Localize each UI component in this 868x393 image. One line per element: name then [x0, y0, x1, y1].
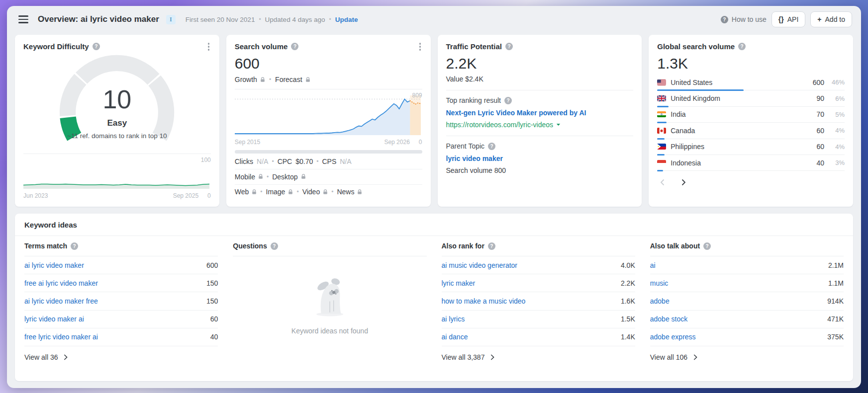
x-axis-end-label: Sep 2026 [384, 139, 409, 146]
update-link[interactable]: Update [335, 16, 358, 23]
dot-separator: • [260, 188, 262, 195]
lock-icon [252, 189, 257, 195]
keyword-link[interactable]: free ai lyric video maker [24, 279, 98, 287]
keyword-link[interactable]: adobe [650, 297, 670, 305]
country-percent: 4% [829, 143, 845, 151]
question-circle-icon[interactable]: ? [703, 242, 711, 250]
desktop-toggle[interactable]: Desktop [272, 173, 305, 181]
growth-toggle[interactable]: Growth [235, 76, 265, 83]
video-label: Video [302, 188, 320, 196]
card-header: Global search volume ? [657, 42, 845, 51]
keyword-link[interactable]: ai lyric video maker free [24, 297, 98, 305]
cps-value: N/A [340, 157, 351, 165]
country-volume: 60 [807, 127, 824, 135]
country-row: Philippines 60 4% [657, 139, 845, 155]
video-toggle[interactable]: Video [302, 188, 328, 196]
country-volume: 40 [807, 159, 824, 167]
question-circle-icon[interactable]: ? [488, 242, 495, 250]
search-volume-value: 600 [235, 55, 422, 72]
web-toggle[interactable]: Web [235, 188, 257, 196]
image-label: Image [266, 188, 286, 196]
keyword-row: free ai lyric video maker 150 [24, 274, 218, 292]
api-button[interactable]: {} API [772, 11, 805, 27]
kebab-menu-icon[interactable] [204, 42, 213, 52]
first-seen-text: First seen 20 Nov 2021 [186, 16, 255, 23]
timeline-scrollbar[interactable] [235, 150, 422, 154]
keyword-row: ai music video generator 4.0K [442, 256, 635, 274]
id-flag-icon [657, 160, 666, 166]
view-all-link[interactable]: View all 106 [650, 346, 844, 368]
question-circle-icon[interactable]: ? [271, 242, 278, 250]
difficulty-label: Easy [23, 118, 211, 128]
chart-toggles: Growth • Forecast [235, 76, 422, 83]
image-toggle[interactable]: Image [266, 188, 293, 196]
country-pagination [657, 178, 845, 187]
kebab-menu-icon[interactable] [416, 42, 425, 52]
cps-label: CPS [322, 157, 336, 165]
how-to-use-link[interactable]: ? How to use [721, 15, 767, 23]
question-circle-icon[interactable]: ? [504, 97, 512, 104]
country-volume: 70 [807, 110, 824, 118]
chevron-down-icon [556, 123, 561, 126]
view-all-label: View all 106 [650, 353, 687, 361]
menu-icon[interactable] [16, 12, 31, 27]
parent-topic-link[interactable]: lyric video maker [446, 155, 634, 162]
search-volume-chart: 809 Sep 2015 Sep 2026 0 [235, 89, 422, 146]
top-bar-actions: ? How to use {} API + Add to [721, 11, 852, 27]
keyword-link[interactable]: how to make a music video [442, 297, 526, 305]
keyword-link[interactable]: ai music video generator [442, 261, 518, 269]
keyword-volume: 1.6K [621, 297, 635, 305]
question-circle-icon[interactable]: ? [488, 143, 495, 150]
keyword-row: ai lyric video maker 600 [24, 256, 218, 274]
keyword-row: lyric video maker ai 60 [24, 311, 218, 328]
difficulty-history-chart: 100 Jun 2023 Sep 2025 0 [23, 154, 211, 199]
keyword-link[interactable]: free lyric video maker ai [24, 333, 98, 341]
how-to-use-label: How to use [732, 15, 767, 23]
forecast-toggle[interactable]: Forecast [275, 76, 310, 83]
prev-page-icon[interactable] [659, 178, 666, 187]
intent-badge[interactable]: I [166, 15, 176, 24]
keyword-volume: 150 [206, 279, 218, 287]
keyword-volume: 914K [827, 297, 844, 305]
add-to-button-label: Add to [825, 15, 845, 23]
keyword-volume: 471K [827, 315, 844, 323]
api-button-label: API [787, 15, 799, 23]
question-circle-icon[interactable]: ? [738, 43, 746, 50]
question-circle-icon[interactable]: ? [291, 43, 298, 50]
keyword-link[interactable]: music [650, 279, 669, 287]
country-percent: 6% [829, 95, 845, 102]
keyword-link[interactable]: lyric video maker ai [24, 315, 84, 323]
top-result-link[interactable]: Next-gen Lyric Video Maker powered by AI [446, 109, 634, 117]
question-circle-icon[interactable]: ? [71, 242, 78, 250]
device-toggle-row: Mobile • Desktop [235, 169, 422, 184]
add-to-button[interactable]: + Add to [810, 11, 852, 27]
keyword-link[interactable]: ai [650, 261, 656, 269]
country-row: Indonesia 40 3% [657, 155, 845, 171]
also-rank-for-column: Also rank for ? ai music video generator… [442, 236, 635, 368]
view-all-link[interactable]: View all 3,387 [442, 346, 635, 368]
country-percent: 3% [829, 159, 845, 166]
keyword-link[interactable]: ai dance [442, 333, 468, 341]
question-circle-icon: ? [721, 16, 728, 23]
view-all-link[interactable]: View all 36 [24, 346, 218, 368]
question-circle-icon[interactable]: ? [505, 43, 513, 50]
lock-icon [258, 174, 263, 179]
terms-match-column: Terms match ? ai lyric video maker 600 f… [24, 236, 218, 368]
card-header: Traffic Potential ? [446, 42, 634, 51]
keyword-link[interactable]: ai lyrics [442, 315, 465, 323]
keyword-link[interactable]: ai lyric video maker [24, 261, 84, 269]
column-title: Also talk about [650, 242, 700, 250]
traffic-potential-card: Traffic Potential ? 2.2K Value $2.4K Top… [438, 35, 642, 207]
top-ranking-label: Top ranking result [446, 96, 501, 104]
mobile-toggle[interactable]: Mobile [235, 173, 263, 181]
news-toggle[interactable]: News [337, 188, 362, 196]
question-circle-icon[interactable]: ? [93, 43, 100, 50]
keyword-link[interactable]: lyric maker [442, 279, 476, 287]
next-page-icon[interactable] [680, 178, 687, 187]
keyword-link[interactable]: adobe stock [650, 315, 688, 323]
desktop-label: Desktop [272, 173, 297, 181]
ca-flag-icon [657, 128, 666, 134]
keyword-link[interactable]: adobe express [650, 333, 696, 341]
top-result-url[interactable]: https://rotorvideos.com/lyric-videos [446, 121, 634, 129]
lock-icon [357, 189, 362, 195]
